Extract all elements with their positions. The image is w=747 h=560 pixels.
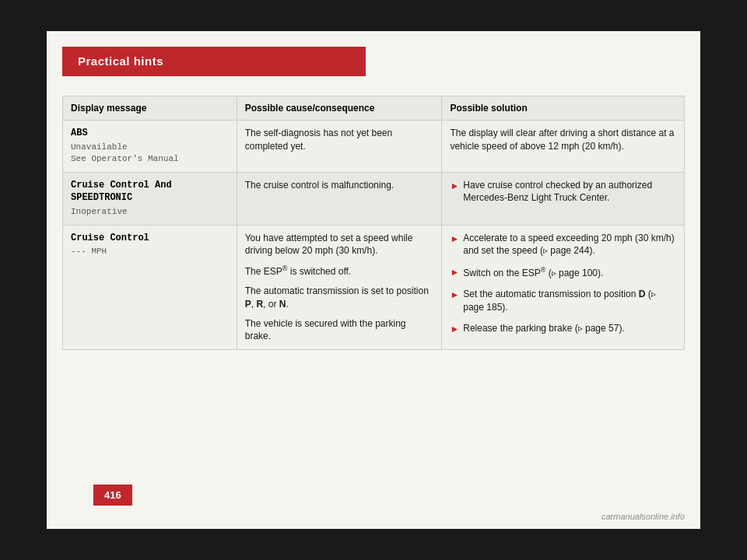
- page-content: Practical hints Display message Possible…: [47, 31, 700, 529]
- cause-item: The ESP® is switched off.: [245, 264, 434, 278]
- display-message-cell: ABS UnavailableSee Operator's Manual: [63, 121, 237, 173]
- solution-text: Set the automatic transmission to positi…: [463, 288, 676, 314]
- bullet-arrow-icon: ►: [450, 233, 459, 246]
- page-title: Practical hints: [78, 54, 163, 68]
- header-bar: Practical hints: [62, 47, 366, 76]
- bullet-item: ► Set the automatic transmission to posi…: [450, 288, 676, 314]
- cause-cell: The cruise control is malfunctioning.: [237, 172, 442, 225]
- table-row: ABS UnavailableSee Operator's Manual The…: [63, 121, 685, 173]
- display-message-cell: Cruise Control AndSPEEDTRONIC Inoperativ…: [63, 172, 237, 225]
- table-row: Cruise Control --- MPH You have attempte…: [63, 225, 685, 350]
- solution-text: Switch on the ESP® (▹ page 100).: [463, 265, 676, 280]
- display-message-cell: Cruise Control --- MPH: [63, 225, 237, 350]
- display-msg-sub: Inoperative: [71, 206, 229, 218]
- solution-cell: ► Have cruise control checked by an auth…: [442, 172, 685, 225]
- table-container: Display message Possible cause/consequen…: [62, 96, 685, 350]
- bullet-arrow-icon: ►: [450, 180, 459, 193]
- bullet-item: ► Accelerate to a speed exceeding 20 mph…: [450, 232, 676, 258]
- table-header-row: Display message Possible cause/consequen…: [63, 96, 685, 121]
- watermark: carmanualsonline.info: [601, 512, 685, 521]
- solution-cell: The display will clear after driving a s…: [442, 121, 685, 173]
- col-header-cause: Possible cause/consequence: [237, 96, 442, 121]
- solution-text: Have cruise control checked by an author…: [463, 179, 676, 205]
- page-number: 416: [93, 485, 132, 506]
- col-header-display: Display message: [63, 96, 237, 121]
- solution-text: Release the parking brake (▹ page 57).: [463, 322, 676, 335]
- bullet-item: ► Have cruise control checked by an auth…: [450, 179, 676, 205]
- display-msg-main: Cruise Control: [71, 232, 229, 245]
- solution-text: Accelerate to a speed exceeding 20 mph (…: [463, 232, 676, 258]
- col-header-solution: Possible solution: [442, 96, 685, 121]
- display-msg-main: Cruise Control AndSPEEDTRONIC: [71, 179, 229, 205]
- solution-cell: ► Accelerate to a speed exceeding 20 mph…: [442, 225, 685, 350]
- bullet-arrow-icon: ►: [450, 289, 459, 302]
- display-msg-main: ABS: [71, 127, 229, 140]
- display-msg-sub: UnavailableSee Operator's Manual: [71, 142, 229, 166]
- cause-item: You have attempted to set a speed while …: [245, 232, 434, 258]
- bullet-item: ► Switch on the ESP® (▹ page 100).: [450, 265, 676, 280]
- bullet-arrow-icon: ►: [450, 323, 459, 336]
- display-msg-sub: --- MPH: [71, 246, 229, 257]
- hints-table: Display message Possible cause/consequen…: [62, 96, 685, 350]
- cause-cell: The self-diagnosis has not yet been comp…: [237, 121, 442, 173]
- bullet-item: ► Release the parking brake (▹ page 57).: [450, 322, 676, 336]
- bullet-arrow-icon: ►: [450, 266, 459, 279]
- cause-item: The automatic transmission is set to pos…: [245, 285, 434, 311]
- cause-item: The vehicle is secured with the parking …: [245, 317, 434, 344]
- cause-cell: You have attempted to set a speed while …: [237, 225, 442, 350]
- table-row: Cruise Control AndSPEEDTRONIC Inoperativ…: [63, 172, 685, 225]
